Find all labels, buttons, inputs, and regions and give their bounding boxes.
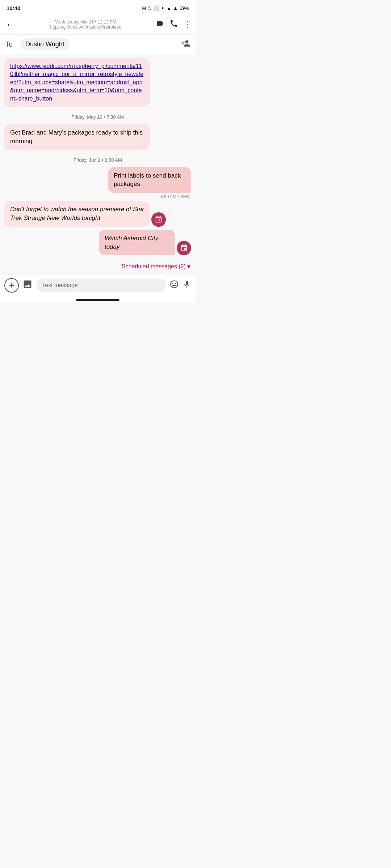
message-bubble-5: Watch Asteroid City today [99,230,175,256]
nav-date: Wednesday, Mar 15 • 12:12 PM [20,20,152,25]
input-bar: + [0,274,196,296]
nav-url: https://github.com/mattmurf/retrofeed [20,25,152,30]
nav-center: Wednesday, Mar 15 • 12:12 PM https://git… [20,20,152,30]
scheduled-cancel-btn-4[interactable] [151,212,166,227]
recording-icon: ◎ [148,5,151,10]
bluetooth-icon: ✦ [161,5,165,11]
gmail-icon: M [142,5,146,11]
nav-actions: ⋮ [156,19,191,30]
messages-area: https://www.reddit.com/r/raspberry_pi/co… [0,54,196,259]
home-bar [76,299,119,301]
message-meta-3: 8:50 AM • SMS [160,194,190,199]
message-bubble-3: Print labels to send back packages [108,167,191,193]
battery-icon: 69% [180,5,189,11]
scheduled-bar[interactable]: Scheduled messages (2) ▾ [0,259,196,274]
scheduled-chevron: ▾ [187,263,190,271]
message-bubble-2: Get Brad and Mary's packages ready to sh… [4,124,150,150]
message-row-3: Print labels to send back packages [84,167,191,193]
to-label: To [5,40,16,48]
date-divider-may19: Friday, May 19 • 7:30 AM [4,114,191,120]
scheduled-cancel-btn-5[interactable] [177,241,191,255]
screen-icon: ⬜ [153,5,159,11]
add-contact-button[interactable] [181,39,190,50]
video-call-button[interactable] [156,19,164,30]
message-row-4: Don't forget to watch the season premier… [4,201,191,227]
input-add-button[interactable]: + [4,278,19,293]
message-wrapper-3: Print labels to send back packages 8:50 … [4,167,191,200]
more-options-button[interactable]: ⋮ [183,20,191,29]
to-row: To Dustin Wright [0,35,196,54]
wifi-icon: ▲ [167,5,171,11]
home-indicator [0,296,196,302]
signal-icon: ▲ [173,5,178,11]
mic-button[interactable] [182,280,191,291]
emoji-button[interactable] [169,280,179,292]
back-button[interactable]: ← [4,18,16,31]
message-row-5: Watch Asteroid City today [93,230,191,256]
date-divider-jun2: Friday, Jun 2 • 8:50 AM [4,157,191,163]
status-bar: 10:40 M ◎ ⬜ ✦ ▲ ▲ 69% [0,0,196,14]
voice-call-button[interactable] [169,19,178,30]
scheduled-label: Scheduled messages (2) [122,263,186,270]
input-gallery-button[interactable] [22,279,33,292]
message-bubble-link[interactable]: https://www.reddit.com/r/raspberry_pi/co… [4,58,150,107]
contact-chip[interactable]: Dustin Wright [20,38,70,50]
message-row-link: https://www.reddit.com/r/raspberry_pi/co… [4,58,191,107]
message-row-2: Get Brad and Mary's packages ready to sh… [4,124,191,150]
message-wrapper-5: Watch Asteroid City today [4,230,191,256]
text-message-input[interactable] [36,278,166,292]
status-time: 10:40 [7,5,20,11]
status-icons: M ◎ ⬜ ✦ ▲ ▲ 69% [142,5,189,11]
message-bubble-4: Don't forget to watch the season premier… [4,201,150,227]
top-nav: ← Wednesday, Mar 15 • 12:12 PM https://g… [0,14,196,35]
